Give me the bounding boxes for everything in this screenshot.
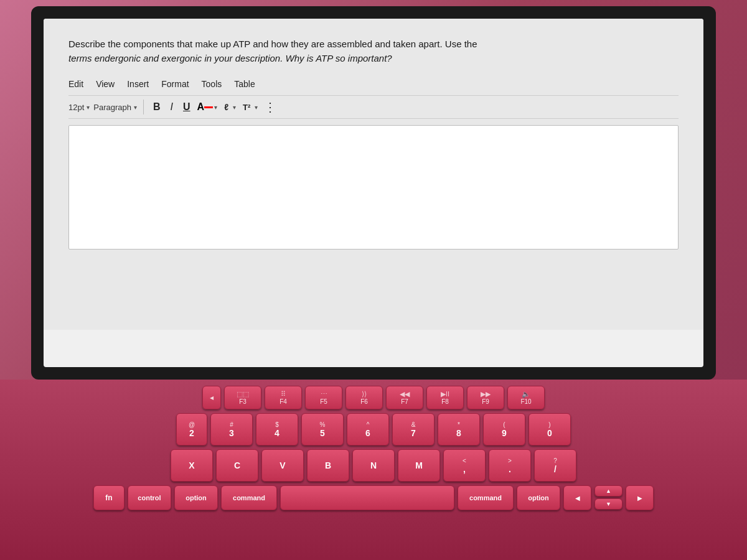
font-color-indicator	[204, 106, 213, 108]
f3-symbol: ⬚⬚	[237, 390, 249, 398]
key-4-top: $	[275, 421, 279, 428]
underline-button[interactable]: U	[180, 100, 194, 114]
f7-label: F7	[401, 398, 408, 405]
key-0-top: )	[548, 421, 550, 428]
up-down-arrows: ▲ ▼	[594, 485, 622, 510]
key-ctrl-label: control	[138, 494, 161, 502]
font-size-chevron: ▾	[87, 104, 90, 111]
key-extra1-label: fn	[105, 493, 112, 502]
key-2-bottom: 2	[189, 428, 194, 438]
italic-button[interactable]: I	[167, 100, 176, 114]
screen-content: Describe the components that make up ATP…	[44, 19, 703, 367]
key-f5[interactable]: ⋯ F5	[305, 386, 342, 409]
key-b-label: B	[325, 460, 331, 470]
key-v-label: V	[280, 460, 285, 470]
key-cmd-left[interactable]: command	[221, 485, 277, 510]
key-3[interactable]: # 3	[210, 413, 253, 446]
font-color-button[interactable]: A	[197, 101, 214, 113]
key-f3[interactable]: ⬚⬚ F3	[224, 386, 261, 409]
f4-label: F4	[280, 398, 287, 405]
fn-key-row: ◀ ⬚⬚ F3 ⠿ F4 ⋯ F5 ⟩⟩ F6	[12, 386, 735, 409]
key-up[interactable]: ▲	[594, 485, 622, 497]
key-extra1[interactable]: fn	[93, 485, 125, 510]
document-area: Describe the components that make up ATP…	[44, 19, 703, 330]
f9-label: F9	[482, 398, 489, 405]
font-size-select[interactable]: 12pt ▾	[68, 103, 90, 112]
key-period[interactable]: > .	[489, 449, 531, 482]
key-slash[interactable]: ? /	[534, 449, 576, 482]
key-6-bottom: 6	[365, 428, 370, 438]
key-option-right-label: option	[528, 494, 549, 502]
key-down[interactable]: ▼	[594, 498, 622, 510]
superscript-button[interactable]: T²	[240, 101, 253, 113]
key-f7[interactable]: ◀◀ F7	[386, 386, 423, 409]
key-period-top: >	[508, 457, 512, 464]
key-left-arrow[interactable]: ◀	[563, 485, 591, 510]
key-4[interactable]: $ 4	[256, 413, 298, 446]
key-6[interactable]: ^ 6	[347, 413, 389, 446]
more-options-button[interactable]: ⋮	[264, 100, 276, 114]
key-f6[interactable]: ⟩⟩ F6	[345, 386, 383, 409]
key-right-arrow[interactable]: ▶	[626, 485, 654, 510]
key-9[interactable]: ( 9	[483, 413, 525, 446]
key-comma-bottom: ,	[463, 464, 466, 474]
menu-bar: Edit View Insert Format Tools Table	[68, 78, 679, 90]
key-b[interactable]: B	[307, 449, 349, 482]
menu-edit[interactable]: Edit	[68, 78, 83, 90]
back-key-label: ◀	[210, 395, 214, 401]
key-back[interactable]: ◀	[202, 386, 221, 409]
menu-insert[interactable]: Insert	[127, 78, 149, 90]
menu-view[interactable]: View	[96, 78, 115, 90]
key-period-bottom: .	[509, 464, 511, 474]
key-f8[interactable]: ▶II F8	[426, 386, 464, 409]
paragraph-value: Paragraph	[93, 103, 131, 112]
key-m[interactable]: M	[398, 449, 440, 482]
f8-symbol: ▶II	[441, 390, 449, 398]
menu-format[interactable]: Format	[161, 78, 189, 90]
key-cmd-right[interactable]: command	[458, 485, 514, 510]
key-space[interactable]	[280, 485, 454, 510]
keyboard: ◀ ⬚⬚ F3 ⠿ F4 ⋯ F5 ⟩⟩ F6	[0, 380, 747, 560]
key-n[interactable]: N	[352, 449, 395, 482]
menu-table[interactable]: Table	[234, 78, 255, 90]
key-2[interactable]: @ 2	[176, 413, 207, 446]
menu-tools[interactable]: Tools	[202, 78, 222, 90]
key-ctrl[interactable]: control	[128, 485, 171, 510]
key-0[interactable]: ) 0	[529, 413, 571, 446]
key-option[interactable]: option	[174, 485, 218, 510]
f9-symbol: ▶▶	[481, 390, 491, 398]
f7-symbol: ◀◀	[400, 390, 410, 398]
key-8[interactable]: * 8	[438, 413, 480, 446]
key-comma[interactable]: < ,	[443, 449, 486, 482]
key-f9[interactable]: ▶▶ F9	[467, 386, 504, 409]
key-9-top: (	[503, 421, 505, 428]
f3-label: F3	[239, 398, 247, 405]
text-editor[interactable]	[68, 125, 679, 250]
f10-label: F10	[520, 398, 531, 405]
f10-symbol: 🔈	[522, 390, 530, 398]
font-color-chevron[interactable]: ▾	[214, 104, 217, 111]
key-7[interactable]: & 7	[392, 413, 435, 446]
bold-button[interactable]: B	[150, 100, 164, 114]
key-v[interactable]: V	[261, 449, 304, 482]
key-f4[interactable]: ⠿ F4	[265, 386, 302, 409]
key-x[interactable]: X	[171, 449, 213, 482]
key-f10[interactable]: 🔈 F10	[507, 386, 545, 409]
key-6-top: ^	[367, 421, 370, 428]
key-option-right[interactable]: option	[517, 485, 560, 510]
highlight-chevron[interactable]: ▾	[233, 104, 236, 111]
f6-label: F6	[360, 398, 368, 405]
key-slash-bottom: /	[554, 464, 557, 474]
highlight-button[interactable]: ℓ	[221, 101, 232, 113]
key-c[interactable]: C	[216, 449, 258, 482]
toolbar-divider-1	[143, 100, 144, 114]
paragraph-select[interactable]: Paragraph ▾	[93, 103, 137, 112]
key-5-bottom: 5	[320, 428, 325, 438]
key-5[interactable]: % 5	[301, 413, 344, 446]
key-9-bottom: 9	[502, 428, 507, 438]
right-arrow-label: ▶	[637, 495, 642, 502]
key-5-top: %	[320, 421, 326, 428]
superscript-chevron[interactable]: ▾	[255, 104, 258, 111]
key-3-bottom: 3	[229, 428, 234, 438]
font-color-label: A	[197, 101, 205, 113]
